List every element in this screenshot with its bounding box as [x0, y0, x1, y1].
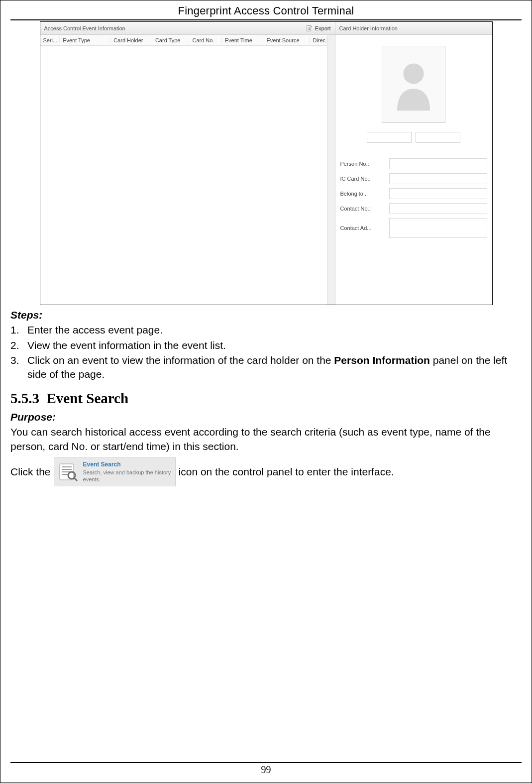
- document-page: Fingerprint Access Control Terminal Acce…: [0, 0, 532, 783]
- step-num-3: 3.: [10, 353, 23, 367]
- holder-field-1[interactable]: [367, 132, 412, 143]
- col-event-source[interactable]: Event Source: [263, 37, 310, 43]
- step-3-bold: Person Information: [334, 354, 430, 366]
- label-ic-card-no: IC Card No.:: [340, 176, 386, 182]
- step-3: 3.Click on an event to view the informat…: [10, 353, 522, 382]
- click-post: icon on the control panel to enter the i…: [179, 465, 394, 479]
- row-person-no: Person No.:: [340, 158, 487, 169]
- label-contact-no: Contact No.:: [340, 206, 386, 212]
- event-table-body[interactable]: [40, 46, 327, 305]
- person-silhouette-icon: [391, 57, 436, 112]
- export-label: Export: [315, 25, 331, 31]
- col-serial[interactable]: Seri...: [40, 37, 60, 43]
- holder-name-fields: [340, 132, 487, 143]
- footer-rule-thick: [10, 762, 522, 763]
- label-contact-ad: Contact Ad...: [340, 225, 386, 231]
- export-button[interactable]: Export: [306, 25, 331, 32]
- step-1: 1.Enter the access event page.: [10, 323, 522, 337]
- step-3-pre: Click on an event to view the informatio…: [27, 354, 334, 366]
- input-person-no[interactable]: [389, 158, 487, 169]
- steps-label: Steps:: [10, 308, 522, 322]
- page-footer: 99: [0, 762, 532, 776]
- svg-point-1: [403, 63, 424, 84]
- event-info-panel: Access Control Event Information Export …: [40, 22, 335, 305]
- click-pre: Click the: [10, 465, 51, 479]
- input-belong-to[interactable]: [389, 188, 487, 199]
- svg-line-8: [74, 478, 77, 481]
- vertical-scrollbar[interactable]: [327, 35, 335, 305]
- tile-title: Event Search: [83, 460, 171, 468]
- tile-text: Event Search Search, view and backup the…: [83, 460, 171, 483]
- body-text: Steps: 1.Enter the access event page. 2.…: [10, 308, 522, 486]
- holder-top-section: [335, 35, 492, 151]
- section-number: 5.5.3: [10, 390, 39, 406]
- holder-detail-rows: Person No.: IC Card No.: Belong to... Co…: [335, 151, 492, 245]
- step-2: 2.View the event information in the even…: [10, 338, 522, 352]
- col-card-no[interactable]: Card No.: [189, 37, 221, 43]
- step-1-text: Enter the access event page.: [27, 324, 163, 336]
- app-screenshot: Access Control Event Information Export …: [40, 21, 493, 305]
- avatar-placeholder: [382, 46, 445, 123]
- event-search-tile[interactable]: Event Search Search, view and backup the…: [54, 457, 176, 486]
- col-direction[interactable]: Direc: [310, 37, 326, 43]
- label-person-no: Person No.:: [340, 161, 386, 167]
- step-num-1: 1.: [10, 323, 23, 337]
- event-panel-title: Access Control Event Information: [44, 25, 125, 31]
- event-search-list-icon: [58, 462, 78, 482]
- table-column-headers: Seri... Event Type Card Holder Card Type…: [40, 35, 327, 46]
- purpose-text: You can search historical access event a…: [10, 425, 522, 453]
- col-event-time[interactable]: Event Time: [222, 37, 264, 43]
- page-title: Fingerprint Access Control Terminal: [10, 0, 522, 19]
- row-belong-to: Belong to...: [340, 188, 487, 199]
- row-contact-ad: Contact Ad...: [340, 218, 487, 238]
- tile-subtitle: Search, view and backup the history even…: [83, 469, 171, 483]
- page-header: Fingerprint Access Control Terminal: [10, 0, 522, 20]
- holder-panel-title: Card Holder Information: [339, 25, 398, 31]
- input-contact-no[interactable]: [389, 203, 487, 214]
- step-2-text: View the event information in the event …: [27, 339, 226, 351]
- page-number: 99: [261, 764, 271, 775]
- col-event-type[interactable]: Event Type: [60, 37, 110, 43]
- step-num-2: 2.: [10, 338, 23, 352]
- col-card-holder[interactable]: Card Holder: [110, 37, 152, 43]
- purpose-label: Purpose:: [10, 410, 522, 424]
- col-card-type[interactable]: Card Type: [152, 37, 190, 43]
- section-title: Event Search: [47, 390, 129, 406]
- row-contact-no: Contact No.:: [340, 203, 487, 214]
- section-heading: 5.5.3 Event Search: [10, 389, 522, 408]
- input-ic-card-no[interactable]: [389, 173, 487, 184]
- export-icon: [306, 25, 313, 32]
- header-rule-thick: [10, 19, 522, 20]
- card-holder-panel: Card Holder Information Person No.:: [335, 22, 492, 305]
- steps-list: 1.Enter the access event page. 2.View th…: [10, 323, 522, 381]
- row-ic-card-no: IC Card No.:: [340, 173, 487, 184]
- holder-field-2[interactable]: [416, 132, 460, 143]
- input-contact-ad[interactable]: [389, 218, 487, 238]
- holder-panel-header: Card Holder Information: [335, 22, 492, 35]
- label-belong-to: Belong to...: [340, 191, 386, 197]
- event-panel-header: Access Control Event Information Export: [40, 22, 335, 35]
- click-line: Click the Event Search Search, v: [10, 457, 522, 486]
